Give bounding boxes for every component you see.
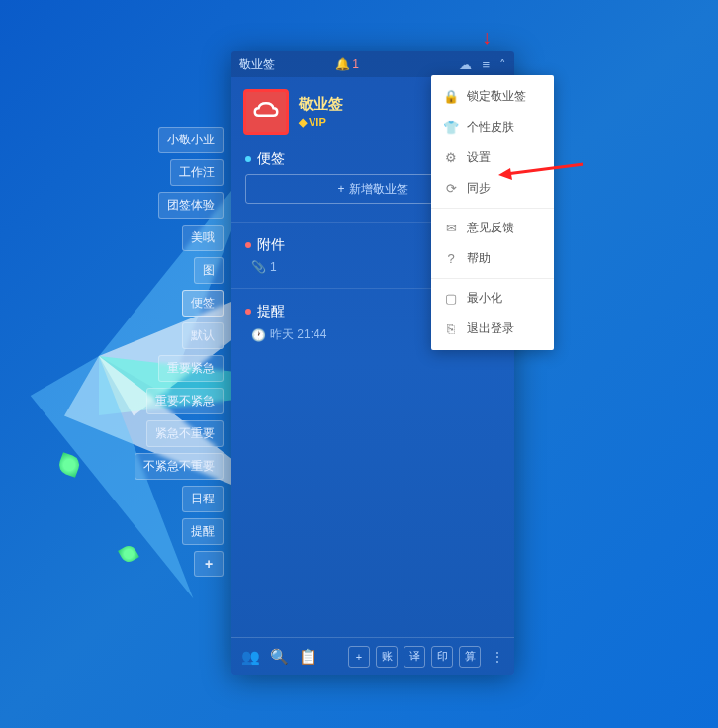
bottombar: 👥 🔍 📋 + 账 译 印 算 ⋮ <box>231 637 514 675</box>
sidebar-tag[interactable]: 提醒 <box>182 518 224 545</box>
titlebar-title: 敬业签 <box>239 56 329 73</box>
notification-bell[interactable]: 🔔 1 <box>335 57 359 71</box>
sidebar-tag[interactable]: 不紧急不重要 <box>135 453 224 480</box>
menu-item-help[interactable]: ? 帮助 <box>431 243 554 274</box>
help-icon: ? <box>443 251 459 266</box>
sidebar-tag[interactable]: 工作汪 <box>170 159 224 186</box>
section-dot-icon <box>245 309 251 315</box>
menu-separator <box>431 278 554 279</box>
notes-title-text: 便签 <box>257 150 285 168</box>
menu-item-skin[interactable]: 👕 个性皮肤 <box>431 112 554 142</box>
section-dot-icon <box>245 242 251 248</box>
reminders-title-text: 提醒 <box>257 303 285 320</box>
sidebar-tag[interactable]: 重要紧急 <box>158 355 224 382</box>
menu-item-label: 同步 <box>467 180 491 197</box>
menu-item-label: 帮助 <box>467 250 491 267</box>
clock-icon: 🕐 <box>251 328 266 342</box>
menu-item-feedback[interactable]: ✉ 意见反馈 <box>431 213 554 243</box>
menu-item-logout[interactable]: ⎘ 退出登录 <box>431 314 554 344</box>
dropdown-menu: 🔒 锁定敬业签 👕 个性皮肤 ⚙ 设置 ⟳ 同步 ✉ 意见反馈 ? 帮助 ▢ 最… <box>431 75 554 350</box>
app-name-label: 敬业签 <box>299 95 343 114</box>
lock-icon: 🔒 <box>443 89 459 104</box>
sidebar-tag[interactable]: 美哦 <box>182 225 224 251</box>
sidebar-tag[interactable]: 默认 <box>182 322 224 349</box>
sidebar-tag[interactable]: 重要不紧急 <box>146 388 224 414</box>
menu-item-lock[interactable]: 🔒 锁定敬业签 <box>431 81 554 112</box>
menu-item-label: 个性皮肤 <box>467 119 514 136</box>
menu-item-label: 意见反馈 <box>467 220 514 236</box>
cloud-logo-icon <box>251 97 281 127</box>
account-button[interactable]: 账 <box>376 646 398 668</box>
section-dot-icon <box>245 156 251 162</box>
menu-item-minimize[interactable]: ▢ 最小化 <box>431 283 554 314</box>
reminder-time-text: 昨天 21:44 <box>270 326 326 343</box>
add-button[interactable]: + <box>348 646 370 668</box>
calendar-icon[interactable]: 📋 <box>299 648 317 666</box>
menu-separator <box>431 208 554 209</box>
feedback-icon: ✉ <box>443 221 459 235</box>
sidebar-add-tag[interactable]: + <box>194 551 224 577</box>
menu-icon[interactable]: ≡ <box>482 57 490 72</box>
skin-icon: 👕 <box>443 120 459 135</box>
paperclip-icon: 📎 <box>251 260 266 274</box>
sidebar-tags: 小敬小业 工作汪 团签体验 美哦 图 便签 默认 重要紧急 重要不紧急 紧急不重… <box>135 127 224 577</box>
sidebar-tag-active[interactable]: 便签 <box>182 290 224 317</box>
add-note-label: 新增敬业签 <box>349 181 408 198</box>
titlebar: 敬业签 🔔 1 ☁ ≡ ˄ <box>231 51 514 77</box>
app-logo[interactable] <box>243 89 289 135</box>
vip-badge: VIP <box>299 116 343 129</box>
attachment-count-value: 1 <box>270 260 277 274</box>
logout-icon: ⎘ <box>443 321 459 336</box>
calc-button[interactable]: 算 <box>459 646 481 668</box>
menu-item-label: 退出登录 <box>467 320 514 337</box>
bell-icon: 🔔 <box>335 57 350 71</box>
svg-marker-1 <box>498 168 512 180</box>
svg-line-0 <box>506 164 583 174</box>
gear-icon: ⚙ <box>443 150 459 165</box>
spacer <box>231 349 514 637</box>
menu-item-label: 最小化 <box>467 290 502 307</box>
minimize-icon: ▢ <box>443 291 459 306</box>
sidebar-tag[interactable]: 团签体验 <box>158 192 224 219</box>
sync-icon: ⟳ <box>443 181 459 196</box>
menu-item-label: 设置 <box>467 149 491 166</box>
header-text: 敬业签 VIP <box>299 95 343 129</box>
sidebar-tag[interactable]: 紧急不重要 <box>146 420 224 447</box>
annotation-arrow-down: ↓ <box>482 26 492 48</box>
sidebar-tag[interactable]: 图 <box>194 257 224 284</box>
translate-button[interactable]: 译 <box>404 646 425 668</box>
sidebar-tag[interactable]: 日程 <box>182 486 224 512</box>
print-button[interactable]: 印 <box>431 646 453 668</box>
cloud-sync-icon[interactable]: ☁ <box>459 57 472 72</box>
menu-item-label: 锁定敬业签 <box>467 88 526 105</box>
more-icon[interactable]: ⋮ <box>491 649 504 665</box>
search-icon[interactable]: 🔍 <box>270 648 289 666</box>
collapse-icon[interactable]: ˄ <box>499 57 506 72</box>
attachments-title-text: 附件 <box>257 236 285 254</box>
sidebar-tag[interactable]: 小敬小业 <box>158 127 224 153</box>
notification-count: 1 <box>352 57 359 71</box>
contacts-icon[interactable]: 👥 <box>241 648 260 666</box>
annotation-arrow-left <box>496 160 585 180</box>
